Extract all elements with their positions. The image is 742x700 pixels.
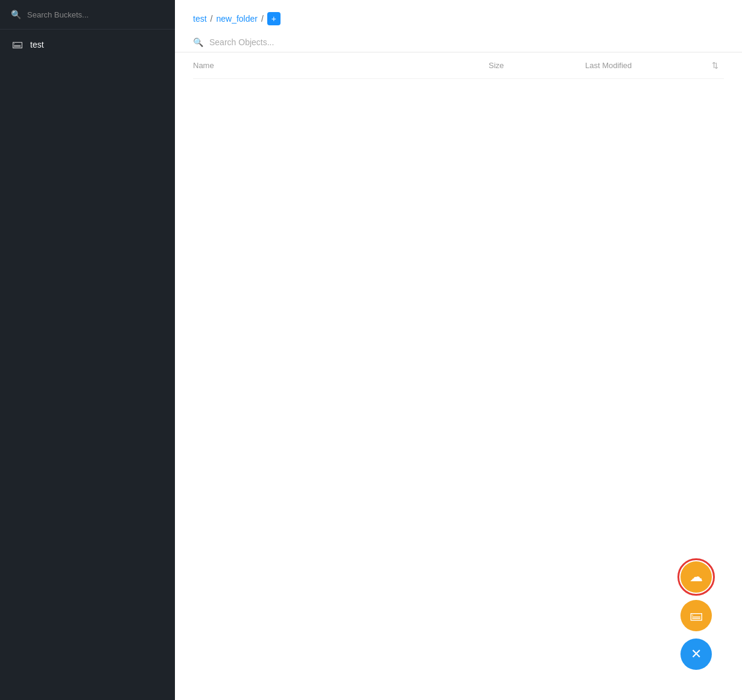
bucket-icon: 🖴 xyxy=(12,38,23,51)
close-fab-button[interactable]: ✕ xyxy=(680,639,712,670)
objects-table: Name Size Last Modified ⇅ xyxy=(175,52,742,700)
search-objects-icon: 🔍 xyxy=(193,37,203,47)
sort-button[interactable]: ⇅ xyxy=(706,61,724,70)
column-header-last-modified: Last Modified xyxy=(585,61,706,70)
sidebar-bucket-label: test xyxy=(30,40,44,49)
breadcrumb: test / new_folder / + xyxy=(175,0,742,33)
search-icon: 🔍 xyxy=(11,10,21,19)
main-content: test / new_folder / + 🔍 Name Size Last M… xyxy=(175,0,742,700)
cloud-upload-icon: ☁ xyxy=(690,569,703,585)
object-search-input[interactable] xyxy=(209,37,724,47)
folder-icon: 🖴 xyxy=(690,608,703,623)
close-icon: ✕ xyxy=(691,646,702,662)
breadcrumb-test-link[interactable]: test xyxy=(193,14,207,24)
bucket-search-bar[interactable]: 🔍 xyxy=(0,0,175,30)
breadcrumb-new-folder-link[interactable]: new_folder xyxy=(216,14,258,24)
create-folder-button[interactable]: 🖴 xyxy=(680,600,712,631)
table-header: Name Size Last Modified ⇅ xyxy=(193,52,724,79)
sidebar-item-test[interactable]: 🖴 test xyxy=(0,30,175,59)
upload-button[interactable]: ☁ xyxy=(680,561,712,593)
fab-container: ☁ 🖴 ✕ xyxy=(680,561,712,670)
bucket-search-input[interactable] xyxy=(27,10,164,19)
column-header-name: Name xyxy=(193,61,489,70)
sidebar: 🔍 🖴 test xyxy=(0,0,175,700)
breadcrumb-separator-2: / xyxy=(261,14,264,24)
add-icon: + xyxy=(271,14,276,23)
column-header-size: Size xyxy=(489,61,585,70)
add-folder-button[interactable]: + xyxy=(267,12,281,25)
object-search-bar[interactable]: 🔍 xyxy=(175,33,742,52)
breadcrumb-separator-1: / xyxy=(211,14,213,24)
